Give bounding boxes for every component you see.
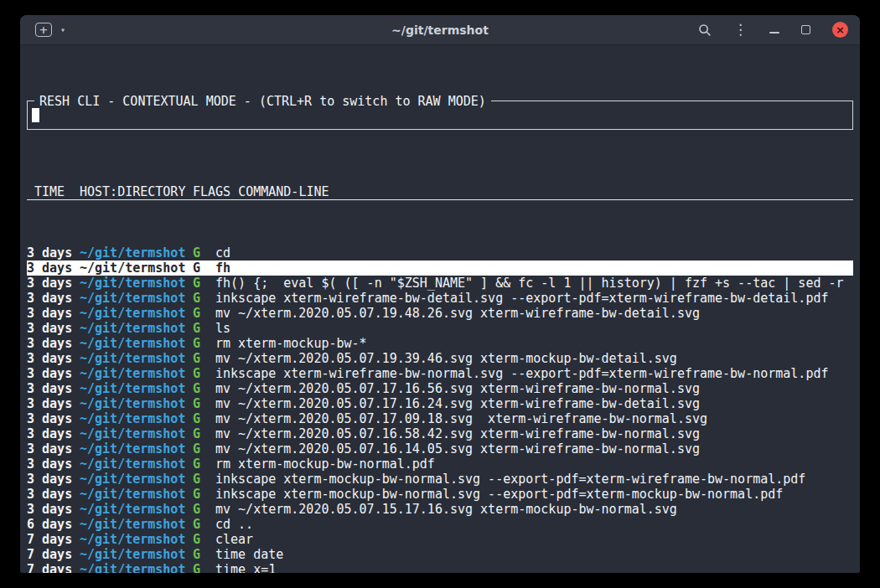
- row-flags: G: [193, 517, 215, 532]
- table-row[interactable]: 3 days~/git/termshotGmv ~/xterm.2020.05.…: [27, 411, 853, 426]
- row-flags: G: [193, 260, 215, 276]
- row-time: 3 days: [27, 366, 80, 381]
- row-command: clear: [215, 532, 853, 547]
- close-button[interactable]: ×: [832, 22, 848, 38]
- row-time: 7 days: [27, 562, 80, 573]
- row-command: inkscape xterm-mockup-bw-normal.svg --ex…: [215, 472, 853, 487]
- table-row[interactable]: 3 days~/git/termshotGrm xterm-mockup-bw-…: [27, 456, 853, 472]
- row-directory: ~/git/termshot: [80, 532, 193, 547]
- row-directory: ~/git/termshot: [80, 381, 193, 396]
- row-time: 3 days: [27, 321, 80, 336]
- restore-button[interactable]: [801, 25, 810, 34]
- row-command: mv ~/xterm.2020.05.07.19.48.26.svg xterm…: [215, 306, 853, 321]
- row-command: time date: [215, 547, 853, 562]
- row-command: inkscape xterm-mockup-bw-normal.svg --ex…: [215, 487, 853, 502]
- table-row[interactable]: 3 days~/git/termshotGinkscape xterm-wire…: [27, 291, 853, 306]
- row-command: mv ~/xterm.2020.05.07.19.39.46.svg xterm…: [215, 351, 853, 366]
- row-flags: G: [193, 276, 215, 291]
- table-row[interactable]: 7 days~/git/termshotGtime date: [27, 547, 853, 562]
- row-flags: G: [193, 381, 215, 396]
- row-directory: ~/git/termshot: [80, 351, 193, 366]
- row-command: rm xterm-mockup-bw-normal.pdf: [215, 456, 853, 472]
- row-directory: ~/git/termshot: [80, 411, 193, 426]
- kebab-menu-icon[interactable]: ⋮: [733, 23, 748, 37]
- row-time: 3 days: [27, 487, 80, 502]
- row-flags: G: [193, 336, 215, 351]
- row-time: 3 days: [27, 472, 80, 487]
- row-flags: G: [193, 366, 215, 381]
- row-command: fh() {; eval $( ([ -n "$ZSH_NAME" ] && f…: [215, 276, 853, 291]
- row-command: time x=1: [215, 562, 853, 573]
- search-icon[interactable]: [698, 23, 712, 37]
- row-command: mv ~/xterm.2020.05.07.17.16.24.svg xterm…: [215, 396, 853, 411]
- row-command: ls: [215, 321, 853, 336]
- row-directory: ~/git/termshot: [80, 276, 193, 291]
- table-row[interactable]: 3 days~/git/termshotGmv ~/xterm.2020.05.…: [27, 441, 853, 456]
- table-row[interactable]: 3 days~/git/termshotGcd: [27, 245, 853, 260]
- table-row[interactable]: 3 days~/git/termshotGmv ~/xterm.2020.05.…: [27, 351, 853, 366]
- table-row[interactable]: 3 days~/git/termshotGmv ~/xterm.2020.05.…: [27, 381, 853, 396]
- row-flags: G: [193, 472, 215, 487]
- chevron-down-icon[interactable]: ▾: [60, 25, 65, 34]
- row-directory: ~/git/termshot: [80, 291, 193, 306]
- row-time: 3 days: [27, 441, 80, 456]
- table-row[interactable]: 3 days~/git/termshotGmv ~/xterm.2020.05.…: [27, 426, 853, 441]
- table-row[interactable]: 3 days~/git/termshotGmv ~/xterm.2020.05.…: [27, 306, 853, 321]
- row-command: rm xterm-mockup-bw-*: [215, 336, 853, 351]
- minimize-button[interactable]: [769, 32, 779, 34]
- row-flags: G: [193, 306, 215, 321]
- table-row[interactable]: 3 days~/git/termshotGmv ~/xterm.2020.05.…: [27, 396, 853, 411]
- row-flags: G: [193, 547, 215, 562]
- titlebar: + ▾ ~/git/termshot ⋮ ×: [20, 15, 860, 45]
- row-flags: G: [193, 396, 215, 411]
- row-time: 3 days: [27, 456, 80, 472]
- terminal-content: RESH CLI - CONTEXTUAL MODE - (CTRL+R to …: [20, 45, 860, 573]
- table-row[interactable]: 6 days~/git/termshotGcd ..: [27, 517, 853, 532]
- table-row[interactable]: 3 days~/git/termshotGinkscape xterm-mock…: [27, 472, 853, 487]
- header-host-directory: HOST:DIRECTORY: [80, 184, 193, 199]
- history-list: 3 days~/git/termshotGcd3 days~/git/terms…: [27, 245, 853, 573]
- row-time: 3 days: [27, 351, 80, 366]
- row-time: 6 days: [27, 517, 80, 532]
- row-directory: ~/git/termshot: [80, 396, 193, 411]
- row-time: 7 days: [27, 532, 80, 547]
- search-box[interactable]: RESH CLI - CONTEXTUAL MODE - (CTRL+R to …: [27, 101, 853, 130]
- table-row[interactable]: 7 days~/git/termshotGclear: [27, 532, 853, 547]
- row-flags: G: [193, 291, 215, 306]
- row-time: 3 days: [27, 306, 80, 321]
- table-row[interactable]: 3 days~/git/termshotGmv ~/xterm.2020.05.…: [27, 502, 853, 517]
- row-flags: G: [193, 562, 215, 573]
- table-row[interactable]: 7 days~/git/termshotGtime x=1: [27, 562, 853, 573]
- table-row[interactable]: 3 days~/git/termshotGinkscape xterm-mock…: [27, 487, 853, 502]
- row-time: 7 days: [27, 547, 80, 562]
- row-directory: ~/git/termshot: [80, 547, 193, 562]
- row-flags: G: [193, 532, 215, 547]
- row-directory: ~/git/termshot: [80, 502, 193, 517]
- row-command: mv ~/xterm.2020.05.07.16.14.05.svg xterm…: [215, 441, 853, 456]
- table-row[interactable]: 3 days~/git/termshotGfh() {; eval $( ([ …: [27, 276, 853, 291]
- table-row[interactable]: 3 days~/git/termshotGfh: [27, 260, 853, 276]
- row-directory: ~/git/termshot: [80, 426, 193, 441]
- row-command: cd ..: [215, 517, 853, 532]
- row-flags: G: [193, 502, 215, 517]
- row-directory: ~/git/termshot: [80, 441, 193, 456]
- row-time: 3 days: [27, 502, 80, 517]
- row-flags: G: [193, 351, 215, 366]
- table-row[interactable]: 3 days~/git/termshotGinkscape xterm-wire…: [27, 366, 853, 381]
- header-flags: FLAGS: [193, 184, 230, 199]
- mode-title: RESH CLI - CONTEXTUAL MODE - (CTRL+R to …: [34, 94, 491, 109]
- row-directory: ~/git/termshot: [80, 472, 193, 487]
- row-time: 3 days: [27, 245, 80, 260]
- row-directory: ~/git/termshot: [80, 260, 193, 276]
- row-directory: ~/git/termshot: [80, 517, 193, 532]
- row-directory: ~/git/termshot: [80, 562, 193, 573]
- row-flags: G: [193, 245, 215, 260]
- table-row[interactable]: 3 days~/git/termshotGls: [27, 321, 853, 336]
- row-command: fh: [215, 260, 853, 276]
- new-tab-button[interactable]: +: [35, 23, 52, 37]
- row-directory: ~/git/termshot: [80, 336, 193, 351]
- row-command: mv ~/xterm.2020.05.07.15.17.16.svg xterm…: [215, 502, 853, 517]
- row-directory: ~/git/termshot: [80, 321, 193, 336]
- table-row[interactable]: 3 days~/git/termshotGrm xterm-mockup-bw-…: [27, 336, 853, 351]
- row-flags: G: [193, 441, 215, 456]
